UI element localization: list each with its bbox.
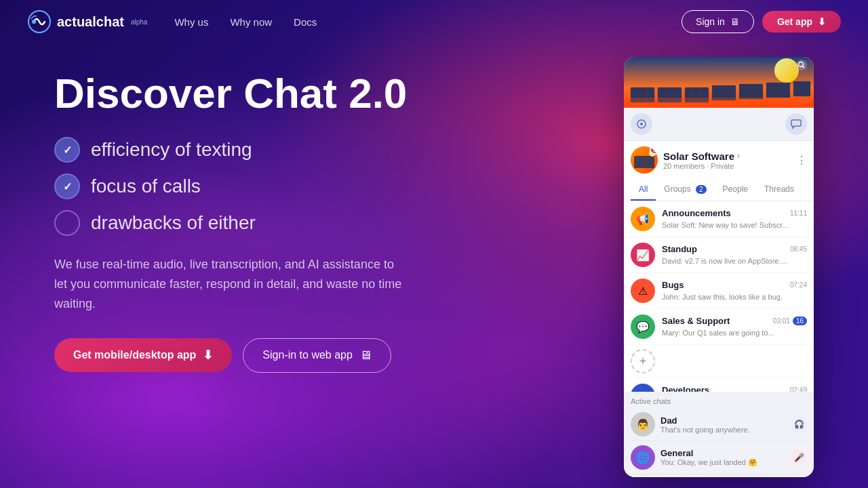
channel-standup[interactable]: 📈 Standup 08:45 David: v2.7 is now live …	[624, 237, 814, 273]
signin-label: Sign in	[696, 16, 725, 27]
channel-avatar-bugs: ⚠	[631, 279, 655, 303]
solar-software-name: Solar Software ›	[663, 150, 791, 162]
solar-panel-svg	[624, 57, 814, 108]
navbar-left: actualchatalpha Why us Why now Docs	[27, 9, 317, 34]
channel-avatar-sales: 💬	[631, 314, 655, 339]
general-preview: You: Okay, we just landed 🤗	[660, 458, 785, 467]
nav-docs[interactable]: Docs	[294, 16, 317, 28]
svg-rect-18	[739, 84, 763, 99]
sales-badge: 16	[793, 317, 807, 325]
channel-developers[interactable]: </> Developers 02:49 Rob: Please review …	[624, 378, 814, 392]
monitor-icon-hero: 🖥	[359, 348, 372, 363]
feature-item-2: ✓ focus of calls	[54, 174, 597, 199]
channel-bugs[interactable]: ⚠ Bugs 07:24 John: Just saw this, looks …	[624, 273, 814, 309]
channel-preview-bugs: John: Just saw this, looks like a bug.	[662, 293, 783, 301]
chevron-right-icon: ›	[737, 151, 740, 161]
channel-preview-sales: Mary: Our Q1 sales are going to...	[662, 329, 774, 337]
monitor-icon: 🖥	[730, 16, 740, 27]
dad-avatar: 👨	[631, 412, 655, 436]
channel-name-announcements: Announcements	[662, 208, 731, 218]
add-channel-row: +	[624, 345, 814, 378]
dad-content: Dad That's not going anywhere.	[660, 415, 785, 434]
svg-point-22	[796, 60, 807, 70]
panel-back-icon[interactable]	[631, 113, 652, 135]
channel-announcements[interactable]: 📢 Announcements 11:11 Solar Soft: New wa…	[624, 201, 814, 237]
solar-software-avatar: 1	[631, 146, 658, 174]
general-name: General	[660, 448, 785, 458]
svg-point-26	[640, 123, 643, 125]
feature-text-2: focus of calls	[91, 176, 201, 197]
channel-list: 📢 Announcements 11:11 Solar Soft: New wa…	[624, 201, 814, 392]
general-content: General You: Okay, we just landed 🤗	[660, 448, 785, 467]
dad-name: Dad	[660, 415, 785, 426]
download-icon-hero: ⬇	[203, 348, 213, 363]
svg-rect-21	[624, 98, 814, 108]
channel-time-standup: 08:45	[790, 245, 807, 253]
channel-name-developers: Developers	[662, 385, 709, 392]
active-chats-section: Active chats 👨 Dad That's not going anyw…	[624, 392, 814, 477]
mic-icon: 🎤	[791, 449, 807, 466]
getapp-button[interactable]: Get app ⬇	[762, 11, 841, 33]
hero-section: Discover Chat 2.0 ✓ efficiency of textin…	[54, 57, 597, 373]
logo[interactable]: actualchatalpha	[27, 9, 147, 34]
channel-preview-announcements: Solar Soft: New way to save! Subscr...	[662, 221, 788, 229]
channel-time-bugs: 07:24	[790, 281, 807, 289]
more-options-icon[interactable]: ⋮	[796, 154, 807, 167]
channel-preview-standup: David: v2.7 is now live on AppStore....	[662, 257, 787, 265]
download-icon: ⬇	[818, 16, 826, 27]
feature-item-3: drawbacks of either	[54, 210, 597, 236]
active-chats-label: Active chats	[631, 397, 807, 405]
channel-content-sales: Sales & Support 03:01 16 Mary: Our Q1 sa…	[662, 316, 807, 338]
logo-icon	[27, 9, 52, 34]
channel-avatar-standup: 📈	[631, 243, 655, 267]
nav-why-us[interactable]: Why us	[174, 16, 208, 28]
get-app-button[interactable]: Get mobile/desktop app ⬇	[54, 338, 232, 372]
signin-web-label: Sign-in to web app	[262, 349, 353, 361]
tab-groups[interactable]: Groups 2	[656, 179, 714, 201]
hero-description: We fuse real-time audio, live transcript…	[54, 255, 407, 313]
add-channel-button[interactable]: +	[631, 349, 655, 373]
chat-bubble-svg	[791, 119, 802, 129]
headphone-icon: 🎧	[791, 416, 807, 432]
channel-name-sales: Sales & Support	[662, 316, 730, 326]
feature-text-1: efficiency of texting	[91, 139, 252, 161]
feature-item-1: ✓ efficiency of texting	[54, 137, 597, 163]
channel-time-announcements: 11:11	[790, 209, 807, 217]
channel-avatar-announcements: 📢	[631, 207, 655, 231]
solar-software-header: 1 Solar Software › 20 members · Private …	[624, 141, 814, 179]
feature-check-3	[54, 210, 80, 236]
active-chat-general[interactable]: 🌐 General You: Okay, we just landed 🤗 🎤	[631, 441, 807, 474]
dad-preview: That's not going anywhere.	[660, 426, 785, 434]
channel-content-developers: Developers 02:49 Rob: Please review my P…	[662, 385, 807, 392]
getapp-label: Get app	[777, 16, 812, 27]
svg-point-3	[774, 58, 799, 83]
tab-people[interactable]: People	[715, 179, 756, 201]
channel-content-announcements: Announcements 11:11 Solar Soft: New way …	[662, 208, 807, 230]
active-chat-dad[interactable]: 👨 Dad That's not going anywhere. 🎧	[631, 408, 807, 441]
svg-rect-20	[793, 81, 810, 96]
navbar-right: Sign in 🖥 Get app ⬇	[682, 10, 841, 33]
channel-avatar-developers: </>	[631, 384, 655, 392]
alpha-badge: alpha	[131, 18, 147, 26]
groups-badge: 2	[696, 185, 707, 194]
logo-text: actualchat	[57, 14, 124, 30]
channel-content-bugs: Bugs 07:24 John: Just saw this, looks li…	[662, 280, 807, 302]
panel-chat-icon[interactable]	[785, 113, 807, 135]
channel-name-standup: Standup	[662, 244, 697, 254]
solar-software-meta: 20 members · Private	[663, 162, 791, 170]
signin-button[interactable]: Sign in 🖥	[682, 10, 754, 33]
general-avatar: 🌐	[631, 445, 655, 470]
hero-title: Discover Chat 2.0	[54, 70, 597, 117]
tab-threads[interactable]: Threads	[756, 179, 802, 201]
channel-time-sales: 03:01	[773, 317, 790, 325]
channel-content-standup: Standup 08:45 David: v2.7 is now live on…	[662, 244, 807, 266]
channel-tabs: All Groups 2 People Threads	[624, 179, 814, 201]
navbar: actualchatalpha Why us Why now Docs Sign…	[0, 0, 868, 43]
tab-all[interactable]: All	[631, 179, 656, 201]
signin-web-button[interactable]: Sign-in to web app 🖥	[243, 338, 391, 373]
get-app-label: Get mobile/desktop app	[73, 349, 196, 361]
main-content: Discover Chat 2.0 ✓ efficiency of textin…	[0, 43, 868, 477]
nav-why-now[interactable]: Why now	[230, 16, 272, 28]
channel-sales[interactable]: 💬 Sales & Support 03:01 16 Mary: Our Q1 …	[624, 309, 814, 345]
feature-text-3: drawbacks of either	[91, 212, 256, 234]
